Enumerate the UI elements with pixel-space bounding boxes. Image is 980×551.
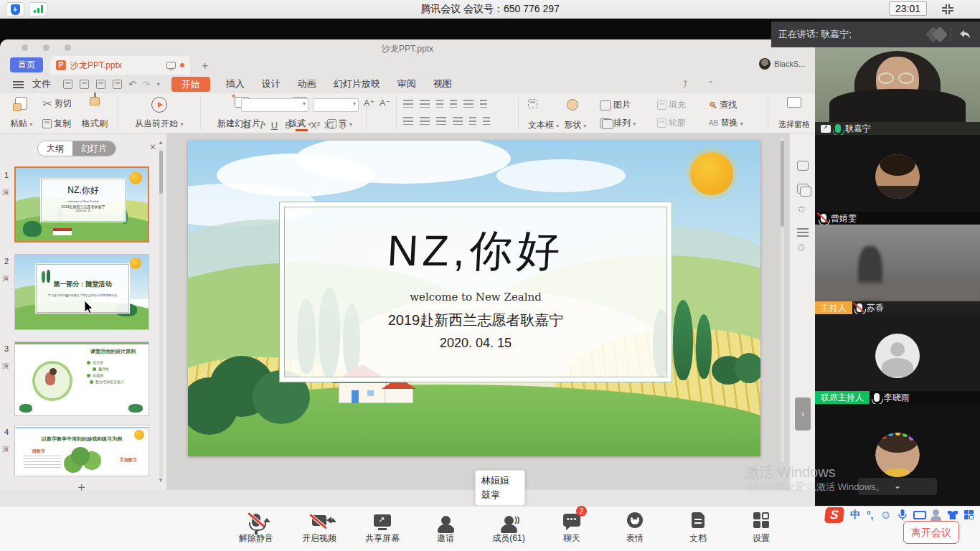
shapes-label[interactable]: 形状 ▾ <box>564 119 586 131</box>
emoji-button[interactable]: 表情 <box>613 509 657 545</box>
slide-canvas[interactable]: NZ,你好 welcome to New Zealnd 2019赴新西兰志愿者耿… <box>188 141 760 456</box>
font-name-select[interactable] <box>241 98 308 112</box>
expand-panel-tab[interactable]: › <box>795 397 811 430</box>
tab-slideshow[interactable]: 幻灯片放映 <box>325 77 389 90</box>
ime-lang-toggle[interactable]: 中 <box>850 509 860 522</box>
textbox-button[interactable] <box>528 99 537 108</box>
participant-tile-suxiang[interactable]: 主持人 苏香 <box>815 225 980 314</box>
canvas-scrollbar[interactable] <box>779 138 786 462</box>
outline-button[interactable]: 轮廓 <box>657 117 686 129</box>
increase-font-button[interactable]: A⁺ <box>363 98 375 108</box>
wps-home-tab[interactable]: 首页 <box>10 57 43 72</box>
invite-button[interactable]: + 邀请 <box>423 509 468 545</box>
ime-skin-person-icon[interactable] <box>933 509 941 521</box>
slide-thumbnail-4[interactable]: 以数字教学中用到的游戏和练习为例 猜数字 手指数字 <box>14 425 149 476</box>
underline-button[interactable]: U <box>268 120 281 131</box>
tab-view[interactable]: 视图 <box>425 77 461 90</box>
decrease-indent-icon[interactable] <box>436 100 443 108</box>
reply-arrow-icon[interactable] <box>958 29 971 39</box>
selection-pane-button[interactable]: 选择窗格 <box>776 97 812 130</box>
italic-button[interactable]: I <box>255 120 267 131</box>
replace-button[interactable]: AB替换 ▾ <box>709 117 743 129</box>
print-preview-icon[interactable] <box>113 80 122 89</box>
format-painter-button[interactable]: 格式刷 <box>82 97 108 130</box>
switch-slides-icon[interactable] <box>797 161 809 171</box>
bullet-list-icon[interactable] <box>403 100 413 108</box>
participant-tile-gengjianing[interactable]: 耿嘉宁 <box>815 45 980 135</box>
arrange-button[interactable]: 排列 ▾ <box>600 117 636 129</box>
paste-button[interactable]: 粘贴 ▾ <box>10 97 32 130</box>
save-icon[interactable] <box>80 80 89 89</box>
columns-icon[interactable] <box>483 117 490 125</box>
redo-icon[interactable]: ↷ <box>142 79 150 90</box>
history-clock-icon[interactable]: 🕓︎ <box>798 242 805 253</box>
members-button[interactable]: )︎) 成员(61) <box>486 509 531 545</box>
duplicate-icon[interactable] <box>797 184 809 194</box>
shapes-icon[interactable] <box>567 99 578 110</box>
undo-icon[interactable]: ↶ <box>128 79 136 90</box>
add-slide-button[interactable]: ＋ <box>75 479 88 495</box>
distribute-icon[interactable] <box>469 117 476 125</box>
cut-button[interactable]: ✂剪切 <box>42 97 71 110</box>
ime-skin-icon[interactable] <box>948 511 958 519</box>
bold-button[interactable]: B <box>241 120 253 131</box>
unmute-button[interactable]: 解除静音 <box>234 509 278 545</box>
slide-thumbnail-1[interactable]: NZ,你好 welcome to New Zealnd 2019赴新西兰志愿者耿… <box>14 166 149 242</box>
print-icon[interactable] <box>96 80 105 89</box>
number-list-icon[interactable] <box>420 100 430 108</box>
adjust-sliders-icon[interactable] <box>797 228 809 237</box>
ime-emoji-icon[interactable]: ☺ <box>880 509 892 522</box>
font-color-button[interactable]: A <box>296 118 308 131</box>
subscript-button[interactable]: X₂ <box>323 120 335 131</box>
justify-icon[interactable] <box>453 117 463 125</box>
tab-review[interactable]: 审阅 <box>389 77 425 90</box>
ime-toolbox-icon[interactable] <box>964 510 974 520</box>
clear-format-button[interactable]: ◇ <box>336 120 349 131</box>
mic-options-caret[interactable] <box>263 518 270 522</box>
superscript-button[interactable]: X² <box>309 120 321 131</box>
panel-close-icon[interactable]: ✕ <box>149 142 156 152</box>
chat-button[interactable]: ••• 2 聊天 <box>550 509 594 545</box>
ime-punct-toggle[interactable]: °, <box>867 509 874 521</box>
copy-button[interactable]: 复制 <box>42 118 71 130</box>
start-video-button[interactable]: 开启视频 <box>297 509 341 545</box>
align-right-icon[interactable] <box>436 117 446 125</box>
participant-tile-zengjingwen[interactable]: 曾婧雯 <box>815 135 980 225</box>
ime-voice-icon[interactable] <box>898 509 907 521</box>
slide-thumbnail-2[interactable]: 第一部分：随堂活动 学习英语的兴趣如何激发？我们怎样设计开展课堂活动 <box>14 254 149 330</box>
panel-scrollbar[interactable]: ▲ ▼ <box>158 139 164 484</box>
sogou-logo-icon[interactable]: S <box>824 507 844 523</box>
strikethrough-button[interactable]: S <box>282 120 294 131</box>
exit-fullscreen-icon[interactable] <box>941 4 954 15</box>
tab-design[interactable]: 设计 <box>253 77 289 90</box>
leave-meeting-button[interactable]: 离开会议 <box>903 521 959 544</box>
fill-button[interactable]: 填充 <box>657 99 686 111</box>
decrease-font-button[interactable]: A⁻ <box>379 98 391 108</box>
align-left-icon[interactable] <box>403 117 413 125</box>
share-screen-button[interactable]: 共享屏幕 <box>360 509 405 545</box>
line-spacing-icon[interactable] <box>480 100 487 108</box>
new-tab-button[interactable]: ＋ <box>199 59 210 72</box>
tab-start[interactable]: 开始 <box>171 77 210 92</box>
settings-button[interactable]: 设置 <box>739 509 783 545</box>
quickbar-caret-icon[interactable]: ▾ <box>157 81 160 88</box>
text-direction-icon[interactable] <box>463 100 473 108</box>
account-chip[interactable]: BlackS... <box>759 58 805 70</box>
slide-thumbnail-3[interactable]: 课堂活动的设计原则 信息差 趣味性 成就感 整合增加语言输入 <box>14 342 149 416</box>
slides-tab[interactable]: 幻灯片 <box>72 141 116 156</box>
file-menu[interactable]: 文件 <box>24 77 60 90</box>
wps-doc-tab[interactable]: P 沙龙PPT.pptx <box>50 56 190 75</box>
tab-insert[interactable]: 插入 <box>217 77 253 90</box>
find-button[interactable]: 🔍︎查找 <box>709 99 737 111</box>
open-icon[interactable] <box>63 80 72 89</box>
participant-tile-lixiaoyu[interactable]: 联席主持人 李晓雨 <box>815 314 980 404</box>
share-ribbon-icon[interactable]: ⤴ <box>683 79 688 90</box>
menu-icon[interactable] <box>13 80 24 88</box>
docs-button[interactable]: 文档 <box>676 509 720 545</box>
ime-keyboard-icon[interactable] <box>913 511 926 519</box>
tab-animation[interactable]: 动画 <box>289 77 325 90</box>
increase-indent-icon[interactable] <box>450 100 457 108</box>
outline-tab[interactable]: 大纲 <box>38 141 72 156</box>
align-center-icon[interactable] <box>420 117 430 125</box>
play-from-current-button[interactable]: 从当前开始 ▾ <box>128 97 190 130</box>
